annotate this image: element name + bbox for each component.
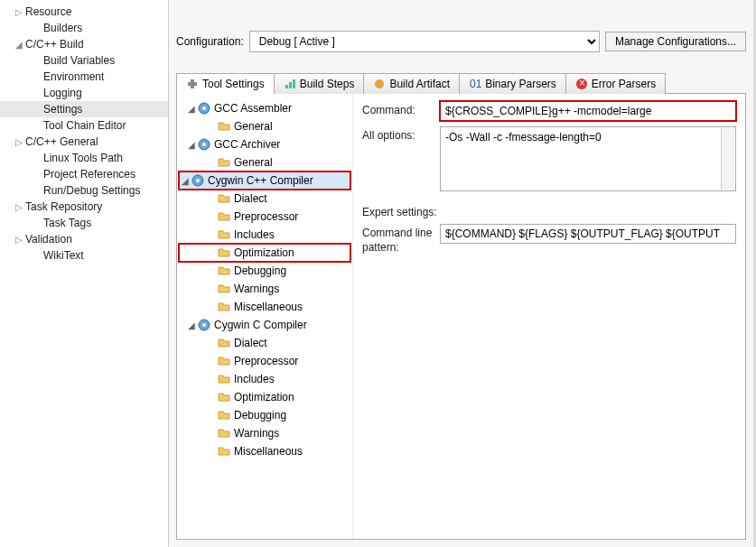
tree-item-gcc-archiver[interactable]: ◢GCC Archiver: [179, 135, 350, 153]
tab-error-parsers[interactable]: ×Error Parsers: [565, 73, 666, 94]
tree-item-label: Includes: [234, 373, 275, 385]
tree-item-dialect[interactable]: Dialect: [179, 334, 350, 352]
sidebar-item-project-references[interactable]: Project References: [0, 166, 168, 182]
tree-item-debugging[interactable]: Debugging: [179, 262, 350, 280]
tree-item-label: General: [234, 120, 273, 133]
settings-main-panel: Configuration: Debug [ Active ] Manage C…: [169, 0, 756, 547]
tree-item-label: Optimization: [234, 246, 294, 259]
configuration-select[interactable]: Debug [ Active ]: [249, 31, 600, 52]
svg-point-10: [202, 107, 206, 110]
tree-item-label: General: [234, 156, 273, 169]
tree-item-includes[interactable]: Includes: [179, 370, 350, 388]
folder-icon: [217, 191, 231, 206]
sidebar-item-environment[interactable]: Environment: [0, 69, 168, 85]
expand-arrow-icon: ▷: [13, 7, 25, 17]
command-line-pattern-input[interactable]: [440, 224, 736, 244]
folder-icon: [217, 444, 231, 459]
svg-point-12: [202, 143, 206, 146]
command-line-pattern-label: Command line pattern:: [362, 224, 433, 255]
sidebar-item-task-repository[interactable]: ▷Task Repository: [0, 199, 168, 215]
folder-icon: [217, 426, 231, 440]
settings-form: Command: All options: -Os -Wall -c -fmes…: [353, 94, 745, 539]
sidebar-item-label: Build Variables: [43, 54, 115, 67]
sidebar-item-label: C/C++ Build: [25, 38, 84, 51]
tree-item-includes[interactable]: Includes: [179, 226, 350, 244]
tree-item-optimization[interactable]: Optimization: [179, 388, 350, 406]
settings-tabbar: Tool SettingsBuild StepsBuild Artifact01…: [176, 72, 746, 94]
tab-build-artifact[interactable]: Build Artifact: [363, 73, 460, 94]
sidebar-item-builders[interactable]: Builders: [0, 20, 168, 36]
tree-item-label: Optimization: [234, 391, 294, 403]
tree-item-general[interactable]: General: [179, 117, 350, 135]
folder-icon: [217, 246, 231, 260]
sidebar-item-resource[interactable]: ▷Resource: [0, 4, 168, 20]
folder-icon: [217, 408, 231, 422]
sidebar-item-label: Project References: [43, 168, 135, 181]
preferences-sidebar: ▷ResourceBuilders◢C/C++ BuildBuild Varia…: [0, 0, 169, 547]
sidebar-item-settings[interactable]: Settings: [0, 101, 168, 117]
svg-rect-1: [191, 79, 194, 88]
svg-point-16: [202, 323, 206, 327]
expand-arrow-icon: ▷: [13, 202, 25, 212]
tree-item-label: Miscellaneous: [234, 445, 303, 458]
sidebar-item-task-tags[interactable]: Task Tags: [0, 215, 168, 231]
tree-item-label: Debugging: [234, 264, 286, 277]
tab-tool-settings[interactable]: Tool Settings: [176, 73, 275, 94]
sidebar-item-validation[interactable]: ▷Validation: [0, 231, 168, 247]
expand-arrow-icon: ◢: [186, 320, 197, 330]
sidebar-item-label: Settings: [43, 103, 82, 116]
folder-icon: [217, 300, 231, 314]
tree-item-warnings[interactable]: Warnings: [179, 280, 350, 298]
sidebar-item-run-debug-settings[interactable]: Run/Debug Settings: [0, 182, 168, 199]
tree-item-general[interactable]: General: [179, 153, 350, 172]
sidebar-item-build-variables[interactable]: Build Variables: [0, 52, 168, 69]
all-options-textarea[interactable]: -Os -Wall -c -fmessage-length=0: [440, 126, 736, 191]
expand-arrow-icon: ◢: [186, 140, 197, 150]
tree-item-debugging[interactable]: Debugging: [179, 406, 350, 424]
configuration-label: Configuration:: [176, 35, 244, 48]
tab-label: Tool Settings: [202, 78, 265, 90]
tab-build-steps[interactable]: Build Steps: [274, 73, 365, 94]
sidebar-item-c-c-build[interactable]: ◢C/C++ Build: [0, 36, 168, 52]
svg-rect-3: [289, 82, 292, 88]
sidebar-item-label: Linux Tools Path: [43, 152, 123, 164]
svg-rect-4: [293, 79, 295, 88]
sidebar-item-label: C/C++ General: [25, 135, 98, 148]
tree-item-miscellaneous[interactable]: Miscellaneous: [179, 442, 350, 460]
tree-item-preprocessor[interactable]: Preprocessor: [179, 208, 350, 226]
sidebar-item-logging[interactable]: Logging: [0, 85, 168, 101]
tree-item-miscellaneous[interactable]: Miscellaneous: [179, 298, 350, 316]
tree-item-gcc-assembler[interactable]: ◢GCC Assembler: [179, 99, 350, 117]
sidebar-item-c-c-general[interactable]: ▷C/C++ General: [0, 134, 168, 150]
tree-item-preprocessor[interactable]: Preprocessor: [179, 352, 350, 370]
all-options-label: All options:: [362, 126, 433, 142]
tool-settings-content: ◢GCC AssemblerGeneral◢GCC ArchiverGenera…: [176, 94, 746, 540]
sidebar-item-tool-chain-editor[interactable]: Tool Chain Editor: [0, 117, 168, 134]
manage-configurations-button[interactable]: Manage Configurations...: [605, 32, 746, 51]
compiler-icon: [197, 101, 211, 116]
sidebar-item-label: WikiText: [43, 249, 84, 262]
tree-item-optimization[interactable]: Optimization: [179, 244, 350, 262]
sidebar-item-label: Task Repository: [25, 200, 102, 213]
compiler-icon: [191, 173, 205, 188]
tree-item-cygwin-c-compiler[interactable]: ◢Cygwin C Compiler: [179, 316, 350, 334]
command-input[interactable]: [440, 101, 736, 121]
artifact-icon: [373, 78, 386, 90]
sidebar-item-label: Tool Chain Editor: [43, 119, 126, 132]
folder-icon: [217, 282, 231, 296]
folder-icon: [217, 264, 231, 278]
all-options-value: -Os -Wall -c -fmessage-length=0: [445, 131, 602, 144]
tab-binary-parsers[interactable]: 010Binary Parsers: [459, 73, 566, 94]
tree-item-warnings[interactable]: Warnings: [179, 424, 350, 442]
tree-item-dialect[interactable]: Dialect: [179, 190, 350, 208]
tree-item-label: Warnings: [234, 427, 279, 440]
folder-icon: [217, 390, 231, 404]
sidebar-item-wikitext[interactable]: WikiText: [0, 247, 168, 264]
folder-icon: [217, 336, 231, 350]
configuration-row: Configuration: Debug [ Active ] Manage C…: [176, 31, 746, 52]
tree-item-cygwin-c-compiler[interactable]: ◢Cygwin C++ Compiler: [179, 172, 350, 190]
command-label: Command:: [362, 101, 433, 116]
sidebar-item-linux-tools-path[interactable]: Linux Tools Path: [0, 150, 168, 166]
expand-arrow-icon: ▷: [13, 137, 25, 147]
tree-item-label: Cygwin C++ Compiler: [208, 174, 313, 187]
